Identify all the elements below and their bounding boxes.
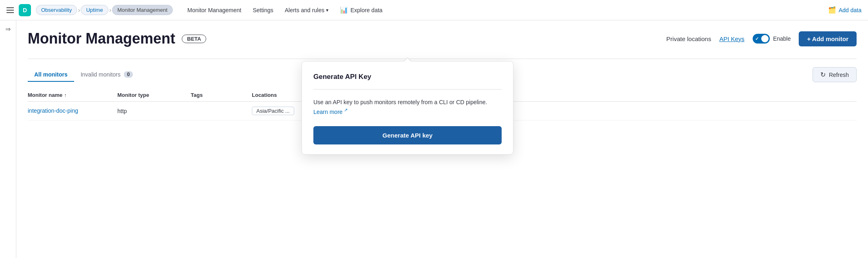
chevron-down-icon: ▾ [326, 7, 328, 13]
sort-arrow-icon: ↑ [64, 92, 66, 98]
toggle-container: ✓ Enable [753, 34, 791, 44]
refresh-button[interactable]: ↻ Refresh [813, 67, 857, 82]
nav-links: Monitor Management Settings Alerts and r… [187, 6, 383, 14]
sidebar-toggle-icon[interactable]: ⇒ [5, 25, 11, 33]
breadcrumb-observability[interactable]: Observability [36, 5, 77, 15]
enable-label: Enable [773, 35, 791, 42]
refresh-btn-container: ↻ Refresh [813, 67, 857, 82]
breadcrumb-arrow-1: › [78, 7, 80, 14]
col-monitor-type: Monitor type [117, 92, 191, 98]
nav-settings[interactable]: Settings [253, 7, 273, 13]
breadcrumb: Observability › Uptime › Monitor Managem… [36, 5, 173, 15]
page-area: Monitor Management BETA Private location… [16, 20, 868, 258]
tab-all-monitors[interactable]: All monitors [28, 68, 74, 82]
breadcrumb-uptime[interactable]: Uptime [81, 5, 108, 15]
hamburger-menu[interactable] [7, 7, 14, 13]
breadcrumb-monitor-management[interactable]: Monitor Management [112, 5, 173, 15]
main-content: ⇒ Monitor Management BETA Private locati… [0, 20, 868, 258]
popup-divider [313, 89, 502, 90]
cell-monitor-type: http [117, 108, 191, 114]
monitor-name-link[interactable]: integration-doc-ping [28, 107, 78, 114]
top-nav: D Observability › Uptime › Monitor Manag… [0, 0, 868, 20]
nav-explore-data[interactable]: 📊 Explore data [340, 6, 383, 14]
page-header: Monitor Management BETA Private location… [28, 30, 857, 47]
location-tag: Asia/Pacific ... [252, 107, 294, 115]
popup-caret [403, 57, 412, 61]
nav-right: 🗂️ Add data [828, 6, 861, 14]
page-divider [28, 59, 857, 59]
external-link-icon: ↗ [344, 107, 348, 112]
add-monitor-button[interactable]: + Add monitor [799, 31, 857, 46]
tabs: All monitors Invalid monitors 0 [28, 68, 139, 82]
sidebar-icon-bar: ⇒ [0, 20, 16, 258]
beta-badge: BETA [182, 35, 206, 43]
toggle-checkmark-icon: ✓ [755, 36, 759, 42]
tab-invalid-monitors[interactable]: Invalid monitors 0 [74, 68, 140, 82]
api-keys-link[interactable]: API Keys [719, 35, 745, 42]
page-title: Monitor Management [28, 30, 175, 47]
col-monitor-name: Monitor name ↑ [28, 92, 117, 98]
nav-monitor-management[interactable]: Monitor Management [187, 7, 241, 13]
api-key-popup: Generate API Key Use an API key to push … [302, 61, 513, 155]
generate-api-key-button[interactable]: Generate API key [313, 126, 502, 144]
enable-toggle[interactable]: ✓ [753, 34, 770, 44]
header-actions: Private locations API Keys ✓ Enable + Ad… [666, 31, 857, 46]
invalid-monitors-badge: 0 [124, 71, 133, 78]
bar-chart-icon: 📊 [340, 6, 348, 14]
breadcrumb-arrow-2: › [109, 7, 111, 14]
popup-body-text: Use an API key to push monitors remotely… [313, 98, 502, 116]
refresh-icon: ↻ [820, 71, 826, 79]
private-locations-link[interactable]: Private locations [666, 35, 711, 42]
cell-monitor-name: integration-doc-ping [28, 107, 117, 115]
col-tags: Tags [191, 92, 252, 98]
avatar: D [19, 4, 31, 16]
popup-title: Generate API Key [313, 73, 502, 81]
add-data-icon: 🗂️ [828, 6, 836, 14]
nav-alerts-rules[interactable]: Alerts and rules ▾ [285, 7, 328, 13]
learn-more-link[interactable]: Learn more ↗ [313, 109, 348, 115]
nav-add-data[interactable]: 🗂️ Add data [828, 6, 861, 14]
toggle-slider: ✓ [753, 34, 770, 44]
